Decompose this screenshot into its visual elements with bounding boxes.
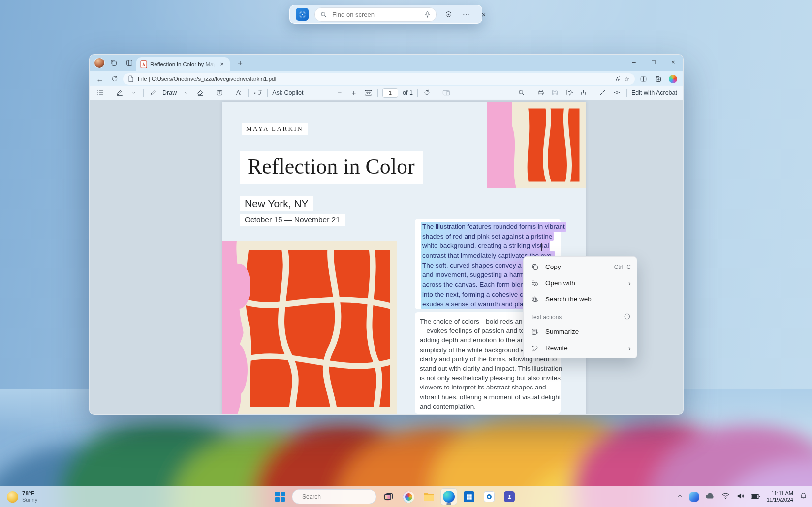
info-icon[interactable]: [624, 313, 631, 322]
table-of-contents-icon[interactable]: [95, 88, 105, 98]
microphone-icon[interactable]: [424, 11, 431, 18]
read-aloud-icon[interactable]: A): [234, 88, 244, 98]
onedrive-cloud-icon[interactable]: [705, 492, 715, 501]
page-count-label: of 1: [403, 89, 413, 96]
photos-icon[interactable]: [400, 488, 417, 505]
wifi-icon[interactable]: [721, 492, 730, 501]
visual-search-icon[interactable]: [442, 8, 454, 20]
task-view-icon[interactable]: [380, 488, 397, 505]
context-menu: Copy Ctrl+C Open with › Search the web T…: [523, 256, 637, 358]
read-aloud-icon[interactable]: A): [616, 76, 621, 82]
zoom-in-icon[interactable]: +: [349, 88, 359, 98]
date-label: 11/19/2024: [767, 497, 793, 503]
search-icon: [320, 11, 327, 18]
fullscreen-icon[interactable]: [598, 88, 608, 98]
highlighter-icon[interactable]: [115, 88, 125, 98]
highlighter-chevron-icon[interactable]: [129, 88, 139, 98]
weather-temperature: 78°F: [22, 490, 37, 497]
open-with-icon: [531, 279, 539, 287]
eraser-icon[interactable]: [195, 88, 205, 98]
taskbar-search-input[interactable]: [301, 493, 379, 501]
pdf-file-icon: [140, 60, 147, 68]
menu-item-search-web[interactable]: Search the web: [524, 291, 637, 307]
menu-item-rewrite[interactable]: Rewrite ›: [524, 340, 637, 356]
start-button[interactable]: [272, 488, 288, 505]
share-icon[interactable]: [579, 88, 589, 98]
edge-browser-icon[interactable]: [440, 488, 457, 505]
tab-close-icon[interactable]: ×: [218, 60, 226, 68]
screen-capture-icon[interactable]: [296, 8, 309, 21]
artist-name: MAYA LARKIN: [242, 123, 308, 135]
save-icon: [550, 88, 560, 98]
maximize-button[interactable]: □: [644, 55, 663, 69]
find-on-screen-input[interactable]: [331, 10, 420, 19]
tab-strip: Reflection in Color by Maya Larki × + – …: [90, 55, 683, 71]
menu-item-summarize[interactable]: Summarize: [524, 324, 637, 340]
chevron-right-icon: ›: [628, 279, 631, 287]
menu-separator: [524, 309, 637, 309]
exhibition-dates: October 15 — November 21: [240, 214, 345, 226]
ask-copilot-button[interactable]: Ask Copilot: [272, 89, 303, 96]
svg-text:a: a: [254, 90, 256, 95]
summarize-icon: [531, 328, 539, 336]
time-label: 11:11 AM: [767, 490, 793, 497]
copilot-icon[interactable]: [666, 73, 679, 85]
teams-icon[interactable]: [501, 488, 518, 505]
taskbar-clock[interactable]: 11:11 AM 11/19/2024: [767, 490, 793, 503]
more-options-icon[interactable]: [460, 8, 472, 20]
page-view-icon: [441, 88, 451, 98]
url-text: File | C:Users/Onedrive/s_izza/lovegived…: [138, 76, 612, 82]
text-box-icon[interactable]: [215, 88, 224, 98]
document-title: Reflection in Color: [240, 151, 423, 184]
workspaces-icon[interactable]: [107, 57, 120, 69]
new-tab-button[interactable]: +: [235, 58, 246, 69]
split-screen-icon[interactable]: [637, 73, 650, 85]
sunny-icon: [7, 491, 18, 503]
print-icon[interactable]: [536, 88, 546, 98]
fit-to-width-icon[interactable]: [363, 88, 373, 98]
notification-bell-icon[interactable]: [800, 492, 807, 502]
draw-chevron-icon[interactable]: [181, 88, 191, 98]
search-document-icon[interactable]: [517, 88, 527, 98]
tab-actions-icon[interactable]: [123, 57, 136, 69]
volume-icon[interactable]: [736, 492, 745, 502]
favorite-star-icon[interactable]: ☆: [624, 75, 630, 83]
battery-icon[interactable]: [751, 492, 760, 501]
outlook-icon[interactable]: [481, 488, 498, 505]
chevron-right-icon: ›: [628, 344, 631, 352]
zoom-out-icon[interactable]: −: [335, 88, 344, 98]
text-caret: [541, 243, 542, 251]
collections-icon[interactable]: [652, 73, 664, 85]
menu-item-copy[interactable]: Copy Ctrl+C: [524, 259, 637, 275]
copilot-tray-icon[interactable]: [689, 492, 699, 502]
url-field[interactable]: File | C:Users/Onedrive/s_izza/lovegived…: [123, 73, 635, 85]
weather-widget[interactable]: 78°F Sunny: [7, 488, 37, 505]
settings-gear-icon[interactable]: [612, 88, 622, 98]
weather-condition: Sunny: [22, 497, 37, 503]
pdf-toolbar: Draw A) a Ask Copilot: [90, 86, 683, 100]
menu-item-open-with[interactable]: Open with ›: [524, 275, 637, 291]
close-find-bar-button[interactable]: ×: [478, 8, 490, 20]
draw-pen-icon[interactable]: [148, 88, 158, 98]
copy-icon: [531, 263, 539, 271]
microsoft-store-icon[interactable]: [461, 488, 477, 505]
taskbar: 78°F Sunny: [0, 486, 812, 507]
translate-icon[interactable]: a: [253, 88, 263, 98]
hidden-icons-chevron[interactable]: [677, 492, 683, 501]
browser-tab[interactable]: Reflection in Color by Maya Larki ×: [136, 57, 230, 71]
back-button[interactable]: ←: [94, 73, 106, 85]
profile-avatar[interactable]: [94, 58, 104, 68]
save-as-icon[interactable]: [564, 88, 574, 98]
rewrite-icon: [531, 344, 539, 352]
close-window-button[interactable]: ×: [663, 55, 683, 69]
taskbar-search[interactable]: [292, 489, 376, 504]
edit-with-acrobat-button[interactable]: Edit with Acrobat: [631, 89, 677, 96]
find-on-screen-field[interactable]: [314, 7, 437, 22]
rotate-icon[interactable]: [422, 88, 432, 98]
draw-label[interactable]: Draw: [162, 89, 177, 96]
page-number-input[interactable]: [382, 88, 398, 98]
minimize-button[interactable]: –: [624, 55, 644, 69]
refresh-button[interactable]: [108, 73, 121, 85]
copy-shortcut: Ctrl+C: [614, 264, 631, 270]
file-explorer-icon[interactable]: [420, 488, 437, 505]
